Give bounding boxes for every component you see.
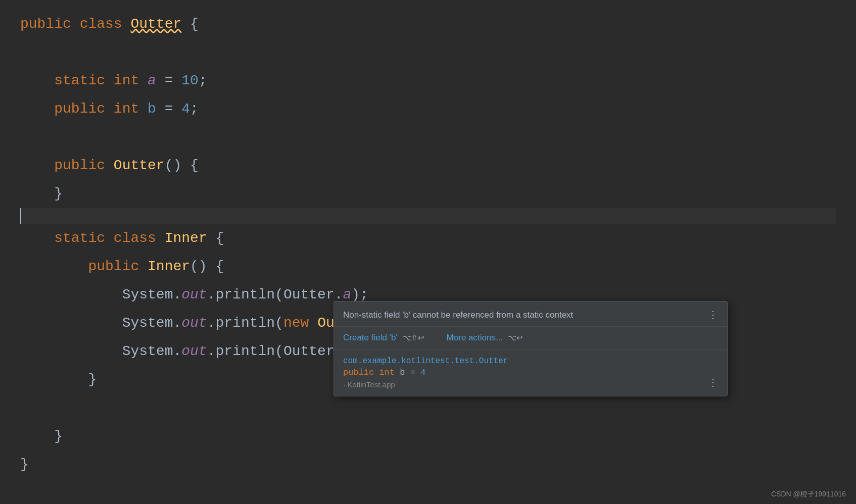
code-line-16: } <box>20 422 836 450</box>
code-line-7: } <box>20 180 836 208</box>
keyword-public: public <box>20 10 80 38</box>
more-actions-link[interactable]: More actions... <box>447 333 503 343</box>
code-line-3: static int a = 10; <box>20 67 836 95</box>
code-line-17: } <box>20 450 836 479</box>
popup-header: Non-static field 'b' cannot be reference… <box>334 301 727 327</box>
popup-bottom-dots-icon[interactable]: ⋮ <box>708 376 718 389</box>
keyword-class: class <box>80 10 131 38</box>
popup-field-declaration: public int b = 4 <box>343 368 718 377</box>
code-line-8 <box>20 208 836 224</box>
code-line-1: public class Outter { <box>20 10 836 38</box>
code-editor: public class Outter { static int a = 10;… <box>0 0 856 489</box>
popup-detail-section: com.example.kotlintest.test.Outter publi… <box>334 349 727 396</box>
create-field-action[interactable]: Create field 'b' <box>343 333 398 343</box>
create-field-shortcut: ⌥⇧↩ <box>403 333 424 342</box>
watermark: CSDN @橙子19911016 <box>771 490 846 499</box>
popup-actions-row: Create field 'b' ⌥⇧↩ More actions... ⌥↩ <box>334 327 727 349</box>
code-line-4: public int b = 4; <box>20 95 836 123</box>
popup-header-dots-icon[interactable]: ⋮ <box>708 309 718 321</box>
code-line-2 <box>20 38 836 67</box>
code-line-6: public Outter() { <box>20 152 836 180</box>
popup-class-ref: com.example.kotlintest.test.Outter <box>343 357 718 366</box>
error-popup: Non-static field 'b' cannot be reference… <box>334 301 728 396</box>
code-line-5 <box>20 123 836 152</box>
popup-source: · KotlinTest.app <box>343 380 718 389</box>
code-line-15 <box>20 394 836 422</box>
more-actions-shortcut: ⌥↩ <box>508 333 523 342</box>
code-line-10: public Inner() { <box>20 253 836 281</box>
code-line-9: static class Inner { <box>20 224 836 253</box>
text-cursor <box>20 208 21 224</box>
popup-error-message: Non-static field 'b' cannot be reference… <box>343 310 573 320</box>
class-name-outter: Outter <box>130 10 181 38</box>
